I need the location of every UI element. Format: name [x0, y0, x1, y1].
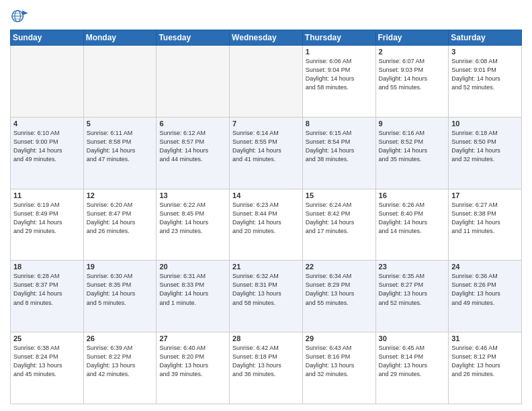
day-number: 25: [13, 334, 81, 342]
day-info: Sunrise: 6:11 AM Sunset: 8:58 PM Dayligh…: [87, 129, 154, 164]
col-header-monday: Monday: [83, 30, 157, 46]
day-cell: 31Sunrise: 6:46 AM Sunset: 8:12 PM Dayli…: [449, 332, 522, 404]
day-number: 24: [451, 263, 519, 271]
day-number: 11: [13, 191, 81, 199]
week-row-2: 4Sunrise: 6:10 AM Sunset: 9:00 PM Daylig…: [11, 117, 522, 189]
calendar: SundayMondayTuesdayWednesdayThursdayFrid…: [10, 30, 522, 404]
day-cell: 27Sunrise: 6:40 AM Sunset: 8:20 PM Dayli…: [157, 332, 230, 404]
logo: [10, 7, 32, 26]
day-cell: 19Sunrise: 6:30 AM Sunset: 8:35 PM Dayli…: [83, 261, 157, 332]
day-info: Sunrise: 6:22 AM Sunset: 8:45 PM Dayligh…: [159, 201, 226, 236]
day-number: 18: [13, 263, 81, 271]
day-number: 13: [159, 191, 226, 199]
day-cell: 15Sunrise: 6:24 AM Sunset: 8:42 PM Dayli…: [302, 189, 375, 261]
week-row-5: 25Sunrise: 6:38 AM Sunset: 8:24 PM Dayli…: [11, 332, 522, 404]
day-number: 2: [379, 48, 446, 56]
day-cell: 23Sunrise: 6:35 AM Sunset: 8:27 PM Dayli…: [375, 261, 449, 332]
day-number: 5: [87, 120, 154, 128]
day-number: 19: [87, 263, 154, 271]
page: SundayMondayTuesdayWednesdayThursdayFrid…: [0, 0, 532, 411]
day-info: Sunrise: 6:10 AM Sunset: 9:00 PM Dayligh…: [13, 129, 81, 164]
day-number: 29: [306, 334, 373, 342]
day-cell: 5Sunrise: 6:11 AM Sunset: 8:58 PM Daylig…: [83, 117, 157, 189]
col-header-wednesday: Wednesday: [230, 30, 303, 46]
day-info: Sunrise: 6:31 AM Sunset: 8:33 PM Dayligh…: [159, 272, 226, 307]
day-cell: 10Sunrise: 6:18 AM Sunset: 8:50 PM Dayli…: [449, 117, 522, 189]
day-number: 9: [379, 120, 446, 128]
day-info: Sunrise: 6:42 AM Sunset: 8:18 PM Dayligh…: [232, 344, 300, 379]
day-cell: 11Sunrise: 6:19 AM Sunset: 8:49 PM Dayli…: [11, 189, 84, 261]
day-number: 6: [159, 120, 226, 128]
day-info: Sunrise: 6:36 AM Sunset: 8:26 PM Dayligh…: [451, 272, 519, 307]
day-number: 31: [451, 334, 519, 342]
day-number: 21: [232, 263, 300, 271]
day-info: Sunrise: 6:15 AM Sunset: 8:54 PM Dayligh…: [306, 129, 373, 164]
day-cell: 21Sunrise: 6:32 AM Sunset: 8:31 PM Dayli…: [230, 261, 303, 332]
day-info: Sunrise: 6:24 AM Sunset: 8:42 PM Dayligh…: [306, 201, 373, 236]
day-cell: 26Sunrise: 6:39 AM Sunset: 8:22 PM Dayli…: [83, 332, 157, 404]
day-info: Sunrise: 6:43 AM Sunset: 8:16 PM Dayligh…: [306, 344, 373, 379]
day-number: 26: [87, 334, 154, 342]
day-info: Sunrise: 6:38 AM Sunset: 8:24 PM Dayligh…: [13, 344, 81, 379]
col-header-tuesday: Tuesday: [157, 30, 230, 46]
day-cell: 16Sunrise: 6:26 AM Sunset: 8:40 PM Dayli…: [375, 189, 449, 261]
day-info: Sunrise: 6:45 AM Sunset: 8:14 PM Dayligh…: [379, 344, 446, 379]
day-cell: 20Sunrise: 6:31 AM Sunset: 8:33 PM Dayli…: [157, 261, 230, 332]
day-cell: 4Sunrise: 6:10 AM Sunset: 9:00 PM Daylig…: [11, 117, 84, 189]
day-info: Sunrise: 6:18 AM Sunset: 8:50 PM Dayligh…: [451, 129, 519, 164]
day-number: 10: [451, 120, 519, 128]
day-cell: 25Sunrise: 6:38 AM Sunset: 8:24 PM Dayli…: [11, 332, 84, 404]
week-row-4: 18Sunrise: 6:28 AM Sunset: 8:37 PM Dayli…: [11, 261, 522, 332]
day-info: Sunrise: 6:14 AM Sunset: 8:55 PM Dayligh…: [232, 129, 300, 164]
day-info: Sunrise: 6:12 AM Sunset: 8:57 PM Dayligh…: [159, 129, 226, 164]
day-info: Sunrise: 6:23 AM Sunset: 8:44 PM Dayligh…: [232, 201, 300, 236]
week-row-3: 11Sunrise: 6:19 AM Sunset: 8:49 PM Dayli…: [11, 189, 522, 261]
day-cell: 1Sunrise: 6:06 AM Sunset: 9:04 PM Daylig…: [302, 46, 375, 118]
col-header-sunday: Sunday: [11, 30, 84, 46]
header: [10, 7, 522, 26]
day-info: Sunrise: 6:20 AM Sunset: 8:47 PM Dayligh…: [87, 201, 154, 236]
day-number: 30: [379, 334, 446, 342]
day-number: 7: [232, 120, 300, 128]
day-cell: 29Sunrise: 6:43 AM Sunset: 8:16 PM Dayli…: [302, 332, 375, 404]
calendar-header-row: SundayMondayTuesdayWednesdayThursdayFrid…: [11, 30, 522, 46]
day-cell: 17Sunrise: 6:27 AM Sunset: 8:38 PM Dayli…: [449, 189, 522, 261]
day-cell: 24Sunrise: 6:36 AM Sunset: 8:26 PM Dayli…: [449, 261, 522, 332]
day-number: 27: [159, 334, 226, 342]
day-cell: 2Sunrise: 6:07 AM Sunset: 9:03 PM Daylig…: [375, 46, 449, 118]
day-info: Sunrise: 6:35 AM Sunset: 8:27 PM Dayligh…: [379, 272, 446, 307]
day-number: 23: [379, 263, 446, 271]
col-header-saturday: Saturday: [449, 30, 522, 46]
day-cell: [11, 46, 84, 118]
day-number: 20: [159, 263, 226, 271]
day-number: 12: [87, 191, 154, 199]
svg-marker-6: [22, 11, 28, 15]
day-cell: 9Sunrise: 6:16 AM Sunset: 8:52 PM Daylig…: [375, 117, 449, 189]
day-number: 8: [306, 120, 373, 128]
day-cell: 6Sunrise: 6:12 AM Sunset: 8:57 PM Daylig…: [157, 117, 230, 189]
day-info: Sunrise: 6:08 AM Sunset: 9:01 PM Dayligh…: [451, 57, 519, 92]
day-number: 15: [306, 191, 373, 199]
day-info: Sunrise: 6:06 AM Sunset: 9:04 PM Dayligh…: [306, 57, 373, 92]
day-info: Sunrise: 6:28 AM Sunset: 8:37 PM Dayligh…: [13, 272, 81, 307]
day-info: Sunrise: 6:07 AM Sunset: 9:03 PM Dayligh…: [379, 57, 446, 92]
day-cell: 28Sunrise: 6:42 AM Sunset: 8:18 PM Dayli…: [230, 332, 303, 404]
day-info: Sunrise: 6:19 AM Sunset: 8:49 PM Dayligh…: [13, 201, 81, 236]
day-info: Sunrise: 6:30 AM Sunset: 8:35 PM Dayligh…: [87, 272, 154, 307]
day-info: Sunrise: 6:32 AM Sunset: 8:31 PM Dayligh…: [232, 272, 300, 307]
day-number: 1: [306, 48, 373, 56]
col-header-friday: Friday: [375, 30, 449, 46]
day-cell: 8Sunrise: 6:15 AM Sunset: 8:54 PM Daylig…: [302, 117, 375, 189]
day-info: Sunrise: 6:34 AM Sunset: 8:29 PM Dayligh…: [306, 272, 373, 307]
day-cell: 7Sunrise: 6:14 AM Sunset: 8:55 PM Daylig…: [230, 117, 303, 189]
day-cell: [157, 46, 230, 118]
day-cell: 22Sunrise: 6:34 AM Sunset: 8:29 PM Dayli…: [302, 261, 375, 332]
logo-icon: [10, 7, 29, 26]
day-cell: 30Sunrise: 6:45 AM Sunset: 8:14 PM Dayli…: [375, 332, 449, 404]
day-info: Sunrise: 6:27 AM Sunset: 8:38 PM Dayligh…: [451, 201, 519, 236]
day-info: Sunrise: 6:39 AM Sunset: 8:22 PM Dayligh…: [87, 344, 154, 379]
day-cell: 3Sunrise: 6:08 AM Sunset: 9:01 PM Daylig…: [449, 46, 522, 118]
day-number: 3: [451, 48, 519, 56]
day-number: 14: [232, 191, 300, 199]
day-cell: 18Sunrise: 6:28 AM Sunset: 8:37 PM Dayli…: [11, 261, 84, 332]
